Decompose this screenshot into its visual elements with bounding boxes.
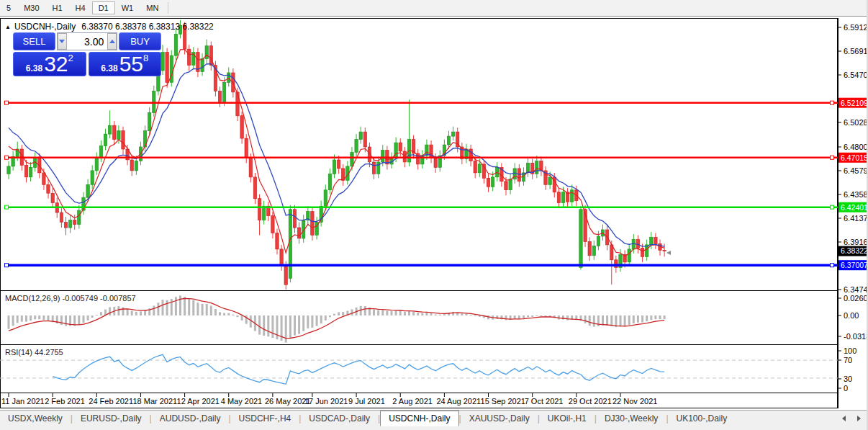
one-click-trading-panel: SELL BUY 6.38322 6.38558 [13, 32, 161, 76]
buy-price-prefix: 6.38 [101, 63, 117, 73]
macd-bar [263, 315, 265, 336]
macd-bar [527, 315, 529, 317]
date-axis-label: 2 Aug 2021 [392, 397, 433, 406]
macd-bar [408, 311, 410, 315]
buy-price-display[interactable]: 6.38558 [89, 52, 162, 76]
sell-price-pip: 2 [68, 54, 73, 63]
hline-anchor[interactable] [5, 156, 9, 159]
candle-body [91, 171, 94, 184]
candle-body [654, 238, 657, 244]
candle-body [249, 158, 252, 177]
tab-usdcnh-daily[interactable]: USDCNH-,Daily [380, 411, 458, 426]
tab-xauusd-daily[interactable]: XAUUSD-,Daily [461, 411, 538, 426]
tab-uk100-daily[interactable]: UK100-,Daily [669, 411, 736, 426]
candle-body [324, 190, 327, 206]
candle-body [381, 151, 384, 162]
candle-body [95, 158, 98, 171]
rsi-axis-label: 70 [844, 356, 852, 364]
macd-bar [127, 309, 129, 315]
hline-anchor[interactable] [5, 101, 9, 104]
candle-body [337, 160, 340, 169]
hline-anchor[interactable] [831, 101, 834, 104]
candle-body [174, 34, 177, 55]
volume-decrease-button[interactable] [58, 33, 67, 50]
candle-body [64, 223, 67, 228]
sell-price-main: 32 [44, 55, 68, 73]
sell-price-display[interactable]: 6.38322 [13, 52, 86, 76]
macd-bar [144, 310, 146, 315]
timeframe-h1[interactable]: H1 [46, 1, 69, 14]
hline-anchor[interactable] [831, 156, 834, 159]
timeframe-h4[interactable]: H4 [69, 1, 92, 14]
hline-anchor[interactable] [831, 264, 834, 267]
macd-bar [620, 315, 622, 326]
macd-values: -0.005749 -0.007857 [62, 294, 135, 303]
tab-usdcad-daily[interactable]: USDCAD-,Daily [301, 411, 378, 426]
candle-body [641, 248, 643, 256]
timeframe-d1[interactable]: D1 [92, 1, 115, 14]
chart-title-bar: ▲USDCNH-,Daily6.38370 6.38378 6.38313 6.… [5, 22, 214, 32]
candle-body [509, 179, 512, 190]
rsi-axis-label: 30 [844, 375, 852, 383]
timeframe-5[interactable]: 5 [0, 1, 17, 14]
macd-bar [417, 313, 419, 315]
hline-anchor[interactable] [5, 264, 9, 267]
macd-bar [395, 310, 397, 315]
macd-bar [474, 315, 476, 316]
timeframe-m30[interactable]: M30 [17, 1, 45, 14]
macd-bar [48, 315, 50, 321]
macd-bar [96, 315, 98, 315]
macd-bar [237, 315, 239, 317]
macd-bar [351, 310, 353, 316]
macd-bar [202, 304, 204, 315]
candle-body [372, 162, 375, 174]
candle-body [597, 236, 600, 246]
tab-usdx-weekly[interactable]: USDX,Weekly [0, 411, 71, 426]
volume-increase-button[interactable] [107, 33, 117, 50]
sell-button[interactable]: SELL [13, 32, 55, 50]
macd-bar [637, 315, 639, 323]
tab-ukoil-h1[interactable]: UKOil-,H1 [540, 411, 595, 426]
candle-body [113, 125, 116, 139]
candle-body [592, 246, 595, 255]
date-axis-label: 15 Sep 2021 [481, 397, 525, 406]
macd-bar [298, 315, 300, 334]
buy-button[interactable]: BUY [119, 32, 161, 50]
macd-bar [624, 315, 626, 326]
macd-bar [404, 312, 406, 315]
tab-usdchf-h4[interactable]: USDCHF-,H4 [231, 411, 299, 426]
macd-bar [602, 315, 604, 326]
hline-anchor[interactable] [831, 205, 834, 209]
candle-body [293, 210, 296, 228]
macd-bar [654, 315, 656, 319]
tab-eurusd-daily[interactable]: EURUSD-,Daily [73, 411, 150, 426]
macd-bar [470, 315, 472, 315]
tab-audusd-daily[interactable]: AUDUSD-,Daily [152, 411, 229, 426]
candle-body [363, 132, 366, 147]
hline-anchor[interactable] [5, 205, 9, 209]
macd-bar [435, 315, 437, 315]
tab-scroll-right-icon[interactable] [857, 416, 861, 421]
tab-scroll-left-icon[interactable] [842, 416, 846, 421]
candle-body [328, 174, 331, 189]
tab-dj30-weekly[interactable]: DJ30-,Weekly [597, 411, 666, 426]
price-axis-label: 6.34745 [844, 285, 868, 294]
collapse-icon[interactable]: ▲ [5, 24, 11, 30]
candle-body [588, 241, 591, 255]
macd-bar [430, 313, 433, 315]
timeframe-mn[interactable]: MN [140, 1, 165, 14]
macd-bar [131, 311, 133, 315]
macd-bar [232, 315, 234, 315]
timeframe-w1[interactable]: W1 [115, 1, 140, 14]
candle-body [24, 165, 27, 176]
macd-bar [443, 314, 446, 315]
volume-input[interactable] [67, 33, 108, 50]
candle-body [227, 73, 230, 82]
hline-price-label: 6.42401 [841, 203, 868, 212]
mt4-window: 6.521096.470156.424016.370076.383226.591… [0, 0, 868, 430]
rsi-name: RSI(14) [5, 348, 32, 357]
date-axis-label: 22 Nov 2021 [612, 397, 657, 406]
candle-body [297, 228, 300, 238]
candle-body [130, 160, 133, 171]
macd-bar [659, 315, 661, 319]
